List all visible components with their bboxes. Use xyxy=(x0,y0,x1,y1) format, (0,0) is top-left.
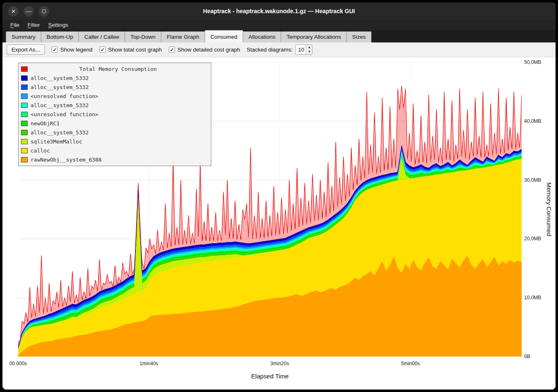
checkbox-show-detailed-cost-graph[interactable]: ✓Show detailed cost graph xyxy=(169,47,240,53)
legend-swatch xyxy=(21,130,28,135)
checkbox-box: ✓ xyxy=(99,47,106,53)
legend-swatch xyxy=(21,157,28,162)
export-as-button[interactable]: Export As... xyxy=(7,45,45,55)
legend-item: <unresolved function> xyxy=(19,92,211,101)
checkbox-label: Show legend xyxy=(60,47,92,53)
legend-label: alloc__system_5332 xyxy=(31,84,89,90)
legend-label: newObjRC1 xyxy=(31,120,59,127)
legend-label: alloc__system_5332 xyxy=(31,75,89,81)
checkbox-label: Show total cost graph xyxy=(108,47,162,53)
tab-top-down[interactable]: Top-Down xyxy=(125,31,161,42)
checkbox-group: ✓Show legend✓Show total cost graph✓Show … xyxy=(52,47,240,53)
tab-consumed[interactable]: Consumed xyxy=(205,30,243,42)
maximize-icon xyxy=(42,9,46,13)
tab-flame-graph[interactable]: Flame Graph xyxy=(161,31,205,42)
checkbox-label: Show detailed cost graph xyxy=(177,47,240,53)
legend-label: calloc xyxy=(31,148,50,154)
stacked-diagrams-label: Stacked diagrams: xyxy=(247,47,293,53)
memory-consumption-chart: Total Memory Consumptionalloc__system_53… xyxy=(2,57,556,390)
legend-item: sqlite3MemMalloc xyxy=(19,137,211,146)
legend-label: <unresolved function> xyxy=(31,93,98,99)
x-tick-label: 5min00s xyxy=(401,361,420,366)
legend-item: alloc__system_5332 xyxy=(19,128,211,137)
checkbox-box: ✓ xyxy=(52,47,58,53)
y-tick-label: 10,0MB xyxy=(524,295,541,300)
legend-swatch xyxy=(21,121,28,126)
tab-bar: SummaryBottom-UpCaller / CalleeTop-DownF… xyxy=(2,30,556,42)
window-controls: ✕ — xyxy=(2,6,49,16)
y-tick-label: 20,0MB xyxy=(524,236,541,242)
chart-legend: Total Memory Consumptionalloc__system_53… xyxy=(18,63,211,166)
x-tick-label: 1min40s xyxy=(140,361,158,366)
close-button[interactable]: ✕ xyxy=(8,6,19,16)
y-tick-label: 0B xyxy=(524,354,530,359)
legend-title-row: Total Memory Consumption xyxy=(19,64,211,73)
tab-temporary-allocations[interactable]: Temporary Allocations xyxy=(281,31,347,42)
menu-settings[interactable]: Settings xyxy=(45,21,72,29)
title-bar[interactable]: ✕ — Heaptrack - heaptrack.wakunode.1.gz … xyxy=(2,2,556,20)
legend-item: <unresolved function> xyxy=(19,110,211,119)
menu-file[interactable]: File xyxy=(7,21,23,29)
checkbox-show-legend[interactable]: ✓Show legend xyxy=(52,47,92,53)
y-tick-label: 40,0MB xyxy=(524,118,541,124)
tab-allocations[interactable]: Allocations xyxy=(243,31,281,42)
legend-item: newObjRC1 xyxy=(19,119,211,128)
legend-swatch xyxy=(21,112,28,117)
tab-bottom-up[interactable]: Bottom-Up xyxy=(41,31,79,42)
x-tick-label: 3min20s xyxy=(270,361,289,366)
spinbox-arrows: ▲ ▼ xyxy=(306,45,312,54)
menu-filter[interactable]: Filter xyxy=(24,21,44,29)
x-tick-label: 00.000s xyxy=(9,361,27,366)
legend-item: alloc__system_5332 xyxy=(19,73,211,82)
legend-item: rawNewObj__system_6388 xyxy=(19,155,211,164)
stacked-diagrams-value[interactable]: 10 xyxy=(296,45,306,54)
tab-caller-callee[interactable]: Caller / Callee xyxy=(78,31,125,42)
stacked-diagrams-spinbox[interactable]: 10 ▲ ▼ xyxy=(295,45,312,55)
checkbox-box: ✓ xyxy=(169,47,175,53)
heaptrack-window: ✕ — Heaptrack - heaptrack.wakunode.1.gz … xyxy=(2,2,556,390)
legend-label: <unresolved function> xyxy=(31,111,98,117)
legend-swatch xyxy=(21,94,28,99)
legend-swatch xyxy=(21,103,28,108)
legend-item: calloc xyxy=(19,146,211,155)
maximize-button[interactable] xyxy=(39,6,49,16)
tab-summary[interactable]: Summary xyxy=(6,31,41,42)
window-title: Heaptrack - heaptrack.wakunode.1.gz — He… xyxy=(2,8,556,14)
y-tick-label: 50,0MB xyxy=(524,59,541,65)
legend-item: alloc__system_5332 xyxy=(19,82,211,92)
minimize-button[interactable]: — xyxy=(24,6,34,16)
menu-bar: FileFilterSettings xyxy=(2,20,556,30)
legend-label: alloc__system_5332 xyxy=(31,129,89,136)
legend-label: sqlite3MemMalloc xyxy=(31,138,82,145)
legend-swatch xyxy=(21,75,28,81)
legend-swatch xyxy=(21,85,28,90)
y-tick-label: 30,0MB xyxy=(524,177,541,183)
checkbox-show-total-cost-graph[interactable]: ✓Show total cost graph xyxy=(99,47,162,53)
legend-item: alloc__system_5332 xyxy=(19,101,211,110)
tab-sizes[interactable]: Sizes xyxy=(346,31,371,42)
legend-label: alloc__system_5332 xyxy=(31,102,89,108)
legend-swatch xyxy=(21,139,28,144)
legend-label: Total Memory Consumption xyxy=(28,66,208,72)
y-axis-title: Memory Consumed xyxy=(546,183,553,237)
chart-toolbar: Export As... ✓Show legend✓Show total cos… xyxy=(2,42,556,57)
legend-label: rawNewObj__system_6388 xyxy=(31,157,102,163)
x-axis-title: Elapsed Time xyxy=(18,373,522,380)
legend-swatch xyxy=(21,66,28,72)
legend-swatch xyxy=(21,148,28,153)
spinbox-decrement-button[interactable]: ▼ xyxy=(306,50,312,55)
spinbox-increment-button[interactable]: ▲ xyxy=(306,45,312,50)
